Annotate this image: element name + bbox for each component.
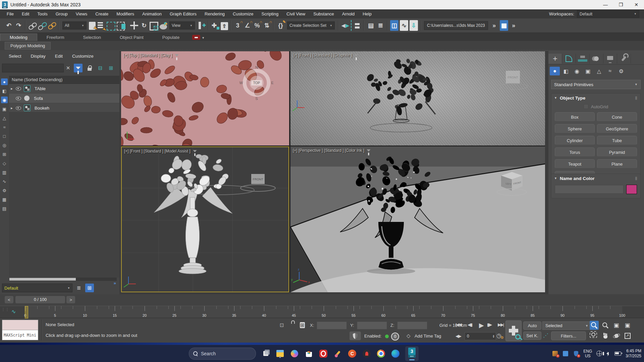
display-space-warps-filter-icon[interactable]: ≈ [1, 124, 8, 130]
absolute-mode-icon[interactable]: ⊞ [300, 322, 305, 328]
filter-icon[interactable] [74, 64, 83, 72]
bind-to-space-warp-icon[interactable] [48, 20, 56, 31]
enabled-count-badge[interactable]: 0 [391, 333, 399, 341]
redo-icon[interactable]: ↷ [14, 20, 23, 31]
object-color-swatch[interactable] [626, 185, 637, 194]
geosphere-button[interactable]: GeoSphere [597, 124, 637, 133]
selection-filter-dropdown[interactable]: All▼ [62, 21, 87, 29]
visibility-eye-icon[interactable] [16, 97, 21, 100]
menu-modifiers[interactable]: Modifiers [112, 9, 138, 18]
render-setup-icon[interactable]: ▦ [500, 20, 508, 31]
display-lights-filter-icon[interactable]: ◉ [1, 97, 8, 103]
menu-group[interactable]: Group [52, 9, 72, 18]
opera-icon[interactable] [319, 349, 328, 358]
go-to-end-button[interactable]: ▶▶| [498, 322, 503, 327]
plane-button[interactable]: Plane [597, 159, 637, 169]
display-groups-filter-icon[interactable]: □ [1, 133, 8, 139]
select-and-rotate-icon[interactable]: ↻ [140, 20, 148, 31]
network-icon[interactable] [596, 351, 602, 356]
ribbon-tab-object-paint[interactable]: Object Paint [110, 34, 153, 41]
hierarchy-mode-icon[interactable]: ⊞ [85, 284, 94, 292]
menu-file[interactable]: File [3, 9, 18, 18]
display-particles-filter-icon[interactable]: ▦ [1, 196, 8, 203]
workspace-dropdown[interactable]: Default▼ [577, 10, 639, 18]
edit-named-selection-sets-icon[interactable]: {}✎ [276, 20, 285, 31]
key-filters-icon[interactable]: ⋰ [543, 332, 548, 339]
viewport-front-graphite[interactable]: FRONT [+] [Front ] [Standard ] [Graphite… [290, 51, 545, 145]
task-view-icon[interactable] [261, 349, 270, 358]
per-view-filter-icon[interactable] [175, 54, 178, 56]
start-button[interactable] [174, 349, 184, 358]
add-time-tag-button[interactable]: Add Time Tag [415, 334, 441, 339]
zoom-extents-icon[interactable]: ▣ [612, 321, 621, 330]
window-crossing-icon[interactable] [117, 22, 125, 31]
tray-shield-icon[interactable] [573, 351, 579, 357]
tube-button[interactable]: Tube [597, 136, 637, 145]
x-coordinate-field[interactable] [317, 321, 347, 329]
set-key-button[interactable]: Set K. [523, 331, 541, 340]
time-slider[interactable]: 0 / 100 [15, 296, 65, 303]
toolbar-overflow-icon[interactable]: » [490, 20, 498, 31]
polygon-modeling-panel-tab[interactable]: Polygon Modeling [5, 42, 51, 50]
object-type-rollout-header[interactable]: ▼ Object Type ⣿ [551, 94, 640, 102]
ribbon-flyout-icon[interactable] [192, 35, 200, 40]
hierarchy-tab-icon[interactable] [576, 54, 590, 64]
primitive-category-dropdown[interactable]: Standard Primitives▼ [551, 80, 641, 89]
schematic-view-icon[interactable]: ⇩ [410, 20, 418, 31]
tray-window-icon[interactable] [562, 351, 569, 357]
clock[interactable]: 6:45 PM3/7/2025 [626, 349, 641, 359]
menu-animation[interactable]: Animation [138, 9, 166, 18]
display-helpers-filter-icon[interactable]: △ [1, 115, 8, 121]
animation-shield-icon[interactable] [350, 331, 361, 340]
zoom-all-icon[interactable] [601, 321, 610, 330]
display-systems-filter-icon[interactable]: ⚙ [1, 187, 8, 194]
file-explorer-icon[interactable] [275, 349, 285, 358]
autogrid-checkbox[interactable] [584, 104, 588, 109]
display-all-filter-icon[interactable]: ● [1, 78, 8, 85]
copilot-icon[interactable] [290, 349, 299, 358]
menu-rendering[interactable]: Rendering [201, 9, 229, 18]
key-filter-dropdown[interactable]: Selected▼ [542, 321, 591, 330]
geometry-type-icon[interactable] [24, 105, 31, 111]
time-configuration-icon[interactable]: ◷⚙ [496, 332, 501, 339]
viewport-front-model-assist[interactable]: FRONT [+] [Front ] [Standard ] [Model As… [121, 146, 289, 292]
maxscript-mini-listener[interactable]: MAXScript Mini [2, 330, 38, 340]
language-indicator[interactable]: ENGUS [583, 349, 592, 358]
ribbon-tab-selection[interactable]: Selection [74, 34, 110, 41]
project-folder-field[interactable]: C:\Users\aless...s\3ds Max 2023 [424, 21, 488, 30]
cone-button[interactable]: Cone [597, 112, 637, 122]
modify-tab-icon[interactable] [562, 54, 576, 64]
select-and-move-icon[interactable] [130, 20, 139, 31]
create-tab-icon[interactable]: + [548, 54, 562, 64]
maximize-viewport-toggle-icon[interactable] [623, 331, 632, 340]
trackbar-grip[interactable]: ⋮⋮ [1, 307, 9, 312]
playhead[interactable] [25, 306, 28, 318]
minimize-button[interactable]: — [598, 0, 613, 9]
previous-frame-button[interactable]: ◀▮ [468, 322, 472, 327]
viewport-label[interactable]: [+] [Perspective ] [Standard ] [Color In… [293, 148, 371, 153]
expand-arrow-icon[interactable]: ▸ [9, 86, 14, 91]
isolate-selection-icon[interactable]: ⊡ [280, 322, 284, 328]
space-warps-category-icon[interactable]: ≈ [605, 67, 615, 75]
scene-object-row-sofa[interactable]: Sofa [9, 94, 119, 103]
viewport-perspective-color-ink[interactable]: LEFT FRONT z x y [+] [Perspective ] [Sta… [290, 146, 545, 292]
select-by-name-icon[interactable] [97, 20, 105, 31]
menu-create[interactable]: Create [91, 9, 112, 18]
battery-icon[interactable] [614, 352, 621, 356]
select-object-icon[interactable] [89, 22, 96, 30]
geometry-category-icon[interactable]: ● [550, 67, 560, 75]
ribbon-tab-modeling[interactable]: Modeling [0, 34, 37, 41]
align-icon[interactable] [351, 20, 361, 31]
angle-snap-toggle-icon[interactable]: ∠∩ [243, 20, 252, 31]
speaker-icon[interactable] [606, 352, 609, 355]
close-button[interactable]: ✕ [629, 0, 644, 9]
select-and-manipulate-icon[interactable] [211, 20, 219, 31]
layer-explorer-icon[interactable]: ≣ [74, 284, 83, 292]
security-app-icon[interactable] [362, 349, 371, 358]
systems-category-icon[interactable]: ⚙ [616, 67, 626, 75]
go-to-start-button[interactable]: |◀◀ [455, 322, 461, 327]
motion-tab-icon[interactable] [590, 54, 603, 64]
pan-icon[interactable] [601, 331, 610, 340]
display-geometry-filter-icon[interactable]: ◧ [1, 87, 8, 94]
edge-icon[interactable] [391, 349, 400, 358]
